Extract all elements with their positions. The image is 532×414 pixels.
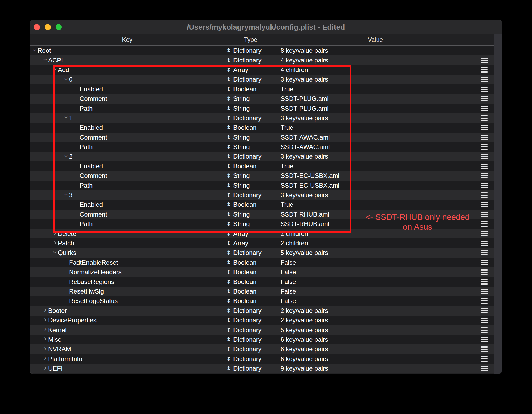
row-menu-button[interactable]	[481, 67, 488, 73]
type-stepper-icon[interactable]: ↕	[226, 96, 233, 102]
table-row[interactable]: Enabled ↕ Boolean True	[30, 161, 502, 171]
table-row[interactable]: FadtEnableReset ↕ Boolean False	[30, 258, 502, 267]
type-stepper-icon[interactable]: ↕	[226, 144, 233, 150]
type-stepper-icon[interactable]: ↕	[226, 211, 233, 218]
column-separator[interactable]	[474, 36, 474, 43]
row-menu-button[interactable]	[481, 173, 488, 178]
disclosure-chevron-icon[interactable]: ›	[42, 57, 49, 62]
key-cell[interactable]: › Patch	[30, 238, 224, 248]
row-menu-button[interactable]	[481, 96, 488, 101]
type-stepper-icon[interactable]: ↕	[226, 346, 233, 352]
table-row[interactable]: › NVRAM ↕ Dictionary 6 key/value pairs	[30, 344, 502, 354]
disclosure-chevron-icon[interactable]: ›	[63, 153, 70, 159]
type-cell[interactable]: ↕ Dictionary	[224, 113, 277, 123]
type-stepper-icon[interactable]: ↕	[226, 67, 233, 73]
value-cell[interactable]: SSDT-AWAC.aml	[277, 133, 474, 142]
row-menu-button[interactable]	[481, 77, 488, 82]
key-cell[interactable]: Enabled	[30, 161, 224, 171]
value-cell[interactable]: 9 key/value pairs	[277, 364, 474, 373]
type-stepper-icon[interactable]: ↕	[226, 134, 233, 141]
key-cell[interactable]: Enabled	[30, 123, 224, 132]
key-cell[interactable]: › Root	[30, 46, 224, 55]
key-cell[interactable]: Comment	[30, 94, 224, 104]
value-cell[interactable]: SSDT-EC-USBX.aml	[277, 171, 474, 181]
type-cell[interactable]: ↕ Array	[224, 65, 277, 75]
key-cell[interactable]: › 3	[30, 190, 224, 200]
type-stepper-icon[interactable]: ↕	[226, 269, 233, 275]
type-stepper-icon[interactable]: ↕	[226, 105, 233, 112]
row-menu-button[interactable]	[481, 115, 488, 121]
table-row[interactable]: › DeviceProperties ↕ Dictionary 2 key/va…	[30, 316, 502, 325]
table-row[interactable]: › ACPI ↕ Dictionary 4 key/value pairs	[30, 55, 502, 65]
value-cell[interactable]: True	[277, 200, 474, 209]
type-cell[interactable]: ↕ Boolean	[224, 287, 277, 296]
row-menu-button[interactable]	[481, 318, 488, 323]
value-cell[interactable]: SSDT-EC-USBX.aml	[277, 181, 474, 190]
value-cell[interactable]: False	[277, 267, 474, 277]
type-cell[interactable]: ↕ Dictionary	[224, 325, 277, 335]
type-cell[interactable]: ↕ Dictionary	[224, 364, 277, 373]
type-cell[interactable]: ↕ Dictionary	[224, 55, 277, 65]
type-cell[interactable]: ↕ Dictionary	[224, 75, 277, 84]
key-cell[interactable]: › Misc	[30, 335, 224, 344]
key-cell[interactable]: › Quirks	[30, 248, 224, 258]
key-cell[interactable]: Enabled	[30, 84, 224, 94]
type-cell[interactable]: ↕ String	[224, 219, 277, 229]
scrollbar-gutter[interactable]	[494, 34, 502, 374]
value-cell[interactable]: SSDT-AWAC.aml	[277, 142, 474, 152]
disclosure-chevron-icon[interactable]: ›	[52, 239, 58, 246]
type-stepper-icon[interactable]: ↕	[226, 192, 233, 198]
key-cell[interactable]: › DeviceProperties	[30, 316, 224, 325]
value-cell[interactable]: 2 key/value pairs	[277, 316, 474, 325]
disclosure-chevron-icon[interactable]: ›	[52, 229, 58, 236]
key-cell[interactable]: NormalizeHeaders	[30, 267, 224, 277]
value-cell[interactable]: 5 key/value pairs	[277, 248, 474, 258]
type-stepper-icon[interactable]: ↕	[226, 250, 233, 256]
type-stepper-icon[interactable]: ↕	[226, 76, 233, 83]
table-row[interactable]: › Patch ↕ Array 2 children	[30, 238, 502, 248]
row-menu-button[interactable]	[481, 202, 488, 207]
row-menu-button[interactable]	[481, 327, 488, 333]
table-row[interactable]: NormalizeHeaders ↕ Boolean False	[30, 267, 502, 277]
disclosure-chevron-icon[interactable]: ›	[43, 364, 48, 371]
row-menu-button[interactable]	[481, 192, 488, 198]
key-cell[interactable]: › UEFI	[30, 364, 224, 373]
row-menu-button[interactable]	[481, 250, 488, 255]
value-cell[interactable]: 3 key/value pairs	[277, 75, 474, 84]
row-menu-button[interactable]	[481, 58, 488, 63]
row-menu-button[interactable]	[481, 308, 488, 313]
type-cell[interactable]: ↕ Dictionary	[224, 344, 277, 354]
title-bar[interactable]: /Users/mykolagrymalyuk/config.plist - Ed…	[30, 20, 502, 34]
row-menu-button[interactable]	[481, 289, 488, 294]
table-row[interactable]: ResetHwSig ↕ Boolean False	[30, 287, 502, 296]
column-separator[interactable]	[277, 36, 277, 43]
key-cell[interactable]: Enabled	[30, 200, 224, 209]
disclosure-chevron-icon[interactable]: ›	[43, 326, 48, 333]
value-cell[interactable]: 8 key/value pairs	[277, 46, 474, 55]
type-stepper-icon[interactable]: ↕	[226, 47, 233, 54]
key-cell[interactable]: › Add	[30, 65, 224, 75]
type-stepper-icon[interactable]: ↕	[226, 317, 233, 323]
key-cell[interactable]: Path	[30, 142, 224, 152]
column-header-type[interactable]: Type	[224, 36, 277, 43]
value-cell[interactable]: 2 key/value pairs	[277, 306, 474, 316]
row-menu-button[interactable]	[481, 269, 488, 275]
key-cell[interactable]: Comment	[30, 210, 224, 219]
row-menu-button[interactable]	[481, 366, 488, 371]
type-cell[interactable]: ↕ Boolean	[224, 277, 277, 286]
type-cell[interactable]: ↕ Array	[224, 229, 277, 238]
type-stepper-icon[interactable]: ↕	[226, 57, 233, 64]
disclosure-chevron-icon[interactable]: ›	[43, 335, 48, 342]
type-stepper-icon[interactable]: ↕	[226, 308, 233, 314]
type-cell[interactable]: ↕ String	[224, 104, 277, 113]
table-row[interactable]: ResetLogoStatus ↕ Boolean False	[30, 296, 502, 306]
disclosure-chevron-icon[interactable]: ›	[43, 345, 48, 352]
value-cell[interactable]: False	[277, 287, 474, 296]
value-cell[interactable]: 6 key/value pairs	[277, 344, 474, 354]
table-row[interactable]: Path ↕ String SSDT-PLUG.aml	[30, 104, 502, 113]
type-stepper-icon[interactable]: ↕	[226, 124, 233, 131]
value-cell[interactable]: 4 children	[277, 65, 474, 75]
type-cell[interactable]: ↕ String	[224, 133, 277, 142]
type-stepper-icon[interactable]: ↕	[226, 182, 233, 189]
row-menu-button[interactable]	[481, 260, 488, 265]
